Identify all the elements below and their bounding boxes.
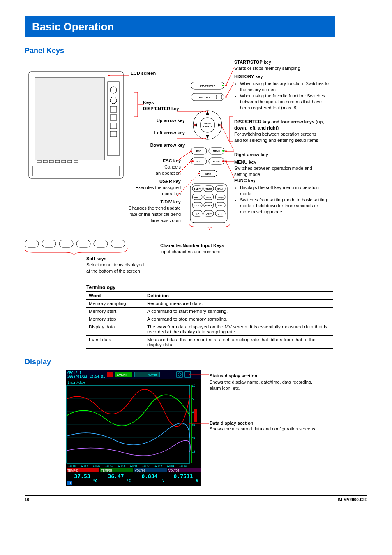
- softkeys-sub2: at the bottom of the screen: [86, 268, 140, 273]
- display-screenshot: GROUP 1 2008/01/23 12:54:01 EVENT 40min …: [66, 370, 201, 486]
- lcd-screen-label: LCD screen: [131, 71, 156, 76]
- esc-sub1: Cancels: [164, 164, 181, 169]
- section-panel-keys: Panel Keys: [25, 46, 367, 55]
- func-d2: Switches from setting mode to basic sett…: [240, 197, 329, 215]
- display-leads: [189, 370, 210, 486]
- data-section-desc: Shows the measured data and configuratio…: [210, 426, 316, 431]
- svg-text:12:45: 12:45: [130, 464, 137, 467]
- device-illustration: [25, 67, 131, 252]
- svg-point-26: [222, 85, 224, 86]
- startstop-desc: Starts or stops memory sampling: [234, 66, 300, 71]
- up-arrow-label: Up arrow key: [157, 118, 185, 123]
- svg-text:12:41: 12:41: [105, 464, 113, 467]
- svg-text:7STU: 7STU: [194, 204, 200, 207]
- history-d1: When using the history function: Switche…: [240, 81, 329, 93]
- panel-keys-figure: START/STOP HISTORY DISP/ ENTER ESC MENU …: [25, 59, 367, 281]
- status-section-desc: Shows the display name, date/time, data …: [210, 379, 312, 391]
- svg-text:12:51: 12:51: [167, 464, 174, 467]
- svg-text:VOLT04: VOLT04: [168, 469, 179, 472]
- svg-text:FUNC: FUNC: [213, 160, 220, 163]
- doc-code: IM MV2000-02E: [338, 497, 367, 502]
- table-cell: Display data: [86, 323, 145, 336]
- svg-text:12:53: 12:53: [179, 464, 187, 467]
- softkeys-sub1: Select menu items displayed: [86, 262, 144, 267]
- svg-text:MENU: MENU: [213, 150, 220, 153]
- svg-text:3GHI: 3GHI: [217, 188, 223, 190]
- svg-text:8VWX: 8VWX: [205, 204, 212, 207]
- svg-rect-114: [67, 385, 190, 463]
- svg-rect-2: [108, 82, 119, 156]
- right-arrow-label: Right arrow key: [234, 152, 268, 157]
- svg-text:-+/*: -+/*: [195, 213, 199, 215]
- table-cell: A command to start memory sampling.: [145, 308, 333, 315]
- dispenter-right-desc: For switching between operation screens …: [234, 132, 318, 143]
- func-d1: Displays the soft key menu in operation …: [240, 185, 329, 197]
- svg-text:T/DIV: T/DIV: [205, 173, 211, 175]
- menu-title: MENU key: [234, 160, 256, 164]
- charnum-label: Character/Number Input Keys: [160, 243, 224, 248]
- dispenter-right-title: DISP/ENTER key and four arrow keys (up, …: [234, 119, 324, 130]
- softkeys-label: Soft keys: [86, 256, 106, 261]
- down-arrow-label: Down arrow key: [150, 143, 185, 148]
- tdiv-sub3: time axis zoom: [151, 218, 181, 223]
- timebase-label: 1min/div: [67, 380, 85, 384]
- user-sub1: Executes the assigned: [135, 185, 181, 190]
- section-display: Display: [25, 358, 367, 366]
- svg-rect-108: [107, 372, 113, 377]
- term-header-word: Word: [86, 292, 145, 300]
- svg-point-31: [200, 118, 215, 132]
- svg-text:6PQR: 6PQR: [217, 196, 224, 199]
- history-d2: When using the favorite function: Switch…: [240, 93, 329, 111]
- svg-text:4JKL: 4JKL: [194, 196, 201, 199]
- table-cell: A command to stop memory sampling.: [145, 315, 333, 323]
- svg-rect-19: [42, 240, 56, 247]
- keypad-illustration: START/STOP HISTORY DISP/ ENTER ESC MENU …: [189, 82, 230, 250]
- svg-text:5MNO: 5MNO: [205, 196, 212, 199]
- event-tag: EVENT: [117, 373, 128, 377]
- tdiv-sub1: Changes the trend update: [129, 206, 181, 210]
- svg-text:TEMP01: TEMP01: [67, 469, 78, 472]
- svg-text:1ABC: 1ABC: [194, 188, 201, 190]
- tdiv-sub2: rate or the historical trend: [129, 212, 181, 217]
- history-title: HISTORY key: [234, 74, 263, 79]
- terminology-table: Word Definition Memory samplingRecording…: [86, 291, 333, 349]
- svg-text:HISTORY: HISTORY: [199, 96, 210, 99]
- svg-point-43: [222, 150, 224, 152]
- table-cell: Recording measured data.: [145, 300, 333, 308]
- svg-text:12:49: 12:49: [154, 464, 162, 467]
- svg-text:DISP/: DISP/: [204, 122, 211, 125]
- svg-point-158: [189, 423, 190, 425]
- duration-tag: 40min: [148, 373, 157, 377]
- table-cell: Event data: [86, 336, 145, 349]
- svg-rect-21: [76, 240, 90, 247]
- status-section-title: Status display section: [210, 373, 257, 378]
- svg-text:0%#°: 0%#°: [206, 213, 212, 215]
- svg-point-156: [189, 374, 190, 375]
- svg-text:36.47: 36.47: [108, 473, 124, 479]
- svg-point-49: [222, 160, 224, 162]
- svg-text:°C: °C: [93, 479, 97, 483]
- table-cell: Measured data that is recorded at a set …: [145, 336, 333, 349]
- svg-point-46: [192, 160, 194, 162]
- svg-text:2DEF: 2DEF: [205, 188, 212, 190]
- startstop-title: START/STOP key: [234, 60, 271, 65]
- svg-text:V: V: [162, 479, 164, 483]
- svg-text:12:47: 12:47: [142, 464, 150, 467]
- data-section-title: Data display section: [210, 421, 253, 426]
- svg-text:START/STOP: START/STOP: [200, 85, 215, 87]
- svg-text:12:43: 12:43: [118, 464, 125, 467]
- user-key-label: USER key: [159, 179, 181, 184]
- datetime-label: 2008/01/23 12:54:01: [67, 375, 105, 379]
- svg-text:0.834: 0.834: [141, 473, 157, 479]
- table-cell: Memory sampling: [86, 300, 145, 308]
- svg-text:. _(): . _(): [218, 213, 223, 215]
- esc-sub2: an operation: [156, 171, 181, 176]
- svg-rect-23: [111, 240, 125, 247]
- svg-text:12:35: 12:35: [68, 464, 76, 467]
- svg-text:12:39: 12:39: [93, 464, 100, 467]
- disp-enter-key-label: DISP/ENTER key: [143, 106, 179, 111]
- svg-text:ENTER: ENTER: [203, 125, 212, 128]
- page-footer: 16 IM MV2000-02E: [25, 495, 367, 502]
- svg-text:USER: USER: [196, 160, 203, 163]
- h-indicator: H: [69, 481, 71, 485]
